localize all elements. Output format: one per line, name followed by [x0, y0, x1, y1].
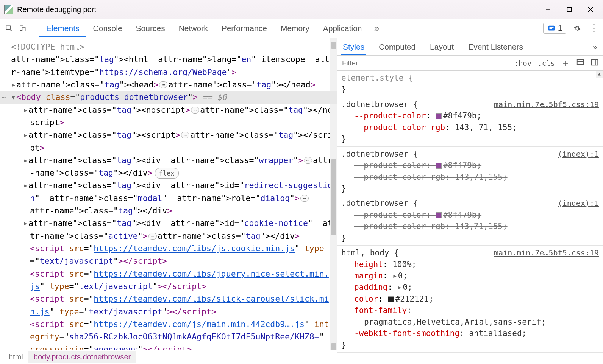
dom-line[interactable]: ▸attr-name">class="tag"><div attr-name">… [0, 179, 337, 204]
breadcrumb-item[interactable]: html [3, 351, 28, 363]
dom-line[interactable]: <script src="https://teamdev.com/libs/sl… [0, 292, 337, 318]
computed-icon[interactable] [576, 58, 584, 68]
elements-pane: <!DOCTYPE html>attr-name">class="tag"><h… [0, 38, 337, 364]
cls-toggle[interactable]: .cls [537, 59, 555, 67]
separator [34, 23, 34, 34]
style-rule[interactable]: .dotnetbrowser {main.min.7e…5bf5.css:19-… [337, 97, 603, 147]
dom-line[interactable]: <script src="https://teamdev.com/libs/jq… [0, 268, 337, 293]
dom-line[interactable]: attr-name">class="tag"></div> [0, 204, 337, 217]
hov-toggle[interactable]: :hov [514, 59, 531, 67]
styles-tabs: StylesComputedLayoutEvent Listeners» [337, 38, 603, 56]
close-button[interactable] [580, 2, 601, 17]
dom-line[interactable]: ▸attr-name">class="tag"><div attr-name">… [0, 217, 337, 242]
new-rule-icon[interactable]: ＋ [561, 57, 570, 69]
styles-tab-event-listeners[interactable]: Event Listeners [467, 39, 525, 55]
style-rule[interactable]: html, body {main.min.7e…5bf5.css:19heigh… [337, 246, 603, 353]
scrollbar[interactable] [330, 38, 337, 350]
svg-rect-11 [592, 59, 598, 65]
tab-network[interactable]: Network [172, 19, 215, 37]
scroll-up-icon[interactable]: ▲ [596, 71, 603, 78]
inspect-icon[interactable] [3, 23, 15, 34]
style-rule[interactable]: .dotnetbrowser {(index):1--product-color… [337, 147, 603, 196]
tab-performance[interactable]: Performance [215, 19, 274, 37]
svg-rect-8 [549, 27, 553, 28]
styles-tab-computed[interactable]: Computed [377, 39, 417, 55]
issues-badge[interactable]: 1 [543, 23, 566, 34]
gear-icon[interactable] [572, 23, 583, 34]
dom-line[interactable]: ▸attr-name">class="tag"><head>⋯attr-name… [0, 78, 337, 91]
tab-console[interactable]: Console [86, 19, 129, 37]
dom-line[interactable]: ▾<body class="products dotnetbrowser">==… [0, 91, 337, 103]
svg-rect-1 [567, 8, 572, 12]
styles-tab-layout[interactable]: Layout [428, 39, 455, 55]
svg-rect-4 [6, 26, 11, 29]
maximize-button[interactable] [559, 2, 580, 17]
overflow-tabs-icon[interactable]: » [371, 23, 382, 34]
styles-overflow-icon[interactable]: » [591, 39, 599, 55]
dom-line[interactable]: <!DOCTYPE html> [0, 40, 337, 53]
svg-rect-9 [549, 28, 552, 29]
dom-line[interactable]: attr-name">class="tag"><html attr-name">… [0, 53, 337, 78]
dom-tree[interactable]: <!DOCTYPE html>attr-name">class="tag"><h… [0, 38, 337, 350]
window-titlebar: Remote debugging port [0, 0, 603, 19]
toggle-sidebar-icon[interactable] [591, 58, 599, 68]
style-rule[interactable]: element.style {} [337, 71, 603, 97]
device-toggle-icon[interactable] [17, 23, 28, 34]
styles-pane: StylesComputedLayoutEvent Listeners» :ho… [337, 38, 603, 364]
breadcrumb-item[interactable]: body.products.dotnetbrowser [28, 351, 136, 363]
tab-sources[interactable]: Sources [129, 19, 172, 37]
dom-line[interactable]: ▸attr-name">class="tag"><noscript>⋯attr-… [0, 104, 337, 129]
svg-rect-7 [548, 25, 555, 30]
tab-elements[interactable]: Elements [39, 19, 86, 37]
main-split: <!DOCTYPE html>attr-name">class="tag"><h… [0, 38, 603, 364]
window-title: Remote debugging port [17, 5, 96, 14]
style-rule[interactable]: .dotnetbrowser {(index):1--product-color… [337, 196, 603, 246]
dom-line[interactable]: <script src="https://teamdev.com/libs/js… [0, 242, 337, 268]
kebab-icon[interactable]: ⋮ [588, 23, 600, 34]
minimize-button[interactable] [537, 2, 559, 17]
styles-toolbar: :hov .cls ＋ [337, 56, 603, 71]
styles-filter-input[interactable] [341, 58, 436, 69]
tab-memory[interactable]: Memory [274, 19, 316, 37]
dom-line[interactable]: <script src="https://teamdev.com/js/main… [0, 318, 337, 350]
issues-count: 1 [558, 24, 562, 33]
devtools-toolbar: ElementsConsoleSourcesNetworkPerformance… [0, 19, 603, 38]
tab-application[interactable]: Application [316, 19, 369, 37]
svg-rect-6 [22, 27, 25, 31]
dom-line[interactable]: ▸attr-name">class="tag"><div attr-name">… [0, 154, 337, 179]
breadcrumb: htmlbody.products.dotnetbrowser [0, 350, 337, 364]
app-icon [4, 5, 13, 14]
svg-rect-10 [577, 59, 584, 64]
styles-tab-styles[interactable]: Styles [341, 39, 366, 55]
dom-line[interactable]: ▸attr-name">class="tag"><script>⋯attr-na… [0, 129, 337, 154]
styles-rules[interactable]: ▲ element.style {}.dotnetbrowser {main.m… [337, 71, 603, 364]
